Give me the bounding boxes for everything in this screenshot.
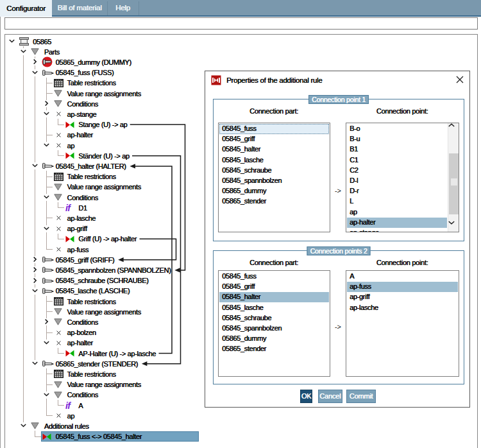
tree-node-label[interactable]: Table restrictions xyxy=(67,369,115,379)
list-item[interactable]: 05845_schraube xyxy=(219,166,329,176)
connection-part-list-2[interactable]: 05845_fuss05845_griff05845_halter05845_l… xyxy=(218,270,330,377)
tree-node-label[interactable]: Table restrictions xyxy=(67,297,115,307)
cancel-button[interactable]: Cancel xyxy=(318,390,342,403)
tree-expander-open-icon[interactable] xyxy=(32,70,38,75)
tree-node-label[interactable]: ap-griff xyxy=(67,223,87,234)
list-item[interactable]: B1 xyxy=(347,144,447,155)
tree-expander-open-icon[interactable] xyxy=(44,142,49,148)
list-item[interactable]: 05845_schraube xyxy=(219,313,329,323)
list-item[interactable]: L xyxy=(347,196,447,207)
tree-expander-open-icon[interactable] xyxy=(44,226,49,231)
tree-expander-open-icon[interactable] xyxy=(21,423,26,428)
tree-expander-closed-icon[interactable] xyxy=(32,278,38,283)
tree-node-label[interactable]: D1 xyxy=(78,203,87,213)
filter-input[interactable] xyxy=(4,17,478,30)
ok-button[interactable]: OK xyxy=(300,390,312,403)
connection-point-list-2[interactable]: Aap-fussap-griffap-lasche xyxy=(346,270,459,377)
list-item[interactable]: B-o xyxy=(347,124,447,134)
tree-node-label[interactable]: Value range assignments xyxy=(67,182,140,192)
list-item[interactable]: ap-lasche xyxy=(347,303,458,313)
list-item[interactable]: C1 xyxy=(347,155,447,166)
tree-node-label[interactable]: Value range assignments xyxy=(67,379,140,390)
list-item[interactable]: 05865_stender xyxy=(219,344,329,354)
tree-node-label[interactable]: 05845_spannbolzen (SPANNBOLZEN) xyxy=(56,265,171,275)
tree-expander-open-icon[interactable] xyxy=(44,340,49,345)
tree-node-label[interactable]: ap xyxy=(67,141,74,151)
tree-expander-open-icon[interactable] xyxy=(9,39,15,44)
tree-expander-closed-icon[interactable] xyxy=(44,319,49,324)
tree-expander-open-icon[interactable] xyxy=(44,111,49,116)
tree-node-label[interactable]: A xyxy=(78,401,83,411)
tree-expander-open-icon[interactable] xyxy=(21,49,26,54)
tree-expander-closed-icon[interactable] xyxy=(32,59,38,64)
tree-expander-closed-icon[interactable] xyxy=(32,267,38,272)
list-item[interactable]: 05845_fuss xyxy=(219,271,329,282)
list-item[interactable]: ap-griff xyxy=(347,292,458,302)
list-item[interactable]: ap xyxy=(347,207,447,218)
tree-node-label[interactable]: Conditions xyxy=(67,390,97,400)
tree-node-label[interactable]: Value range assignments xyxy=(67,307,140,317)
list-item[interactable]: 05845_halter xyxy=(219,292,329,302)
tree-node-label[interactable]: AP-Halter (U) -> ap-lasche xyxy=(78,349,156,359)
scrollbar[interactable] xyxy=(448,123,459,232)
list-item[interactable]: ap-halter xyxy=(347,218,447,228)
tree-node-label[interactable]: ap-halter xyxy=(67,130,92,140)
list-item[interactable]: 05845_spannbolzen xyxy=(219,323,329,334)
tree-node-label[interactable]: Conditions xyxy=(67,317,97,327)
tree-node-label[interactable]: 05845_fuss (FUSS) xyxy=(56,67,114,78)
commit-button[interactable]: Commit xyxy=(346,390,376,403)
list-item[interactable]: 05845_lasche xyxy=(219,303,329,313)
connection-part-list-1[interactable]: 05845_fuss05845_griff05845_halter05845_l… xyxy=(218,123,330,232)
tree-node-label[interactable]: 05845_lasche (LASCHE) xyxy=(56,286,130,296)
scrollbar-up-icon[interactable] xyxy=(448,123,459,134)
tree-node-label[interactable]: Parts xyxy=(44,47,60,57)
tree-node-label[interactable]: ap-lasche xyxy=(67,213,96,223)
tab-configurator[interactable]: Configurator xyxy=(0,0,52,17)
tree-expander-open-icon[interactable] xyxy=(32,163,38,168)
tree-expander-open-icon[interactable] xyxy=(32,288,38,293)
list-item[interactable]: D-r xyxy=(347,186,447,196)
tree-expander-closed-icon[interactable] xyxy=(44,101,49,106)
tree-expander-closed-icon[interactable] xyxy=(32,257,38,262)
tree-node-label[interactable]: 05845_schraube (SCHRAUBE) xyxy=(56,275,149,286)
tree-node-label[interactable]: Ständer (U) -> ap xyxy=(78,151,129,161)
list-item[interactable]: ap-fuss xyxy=(347,282,458,292)
tab-bill-of-material[interactable]: Bill of material xyxy=(52,0,107,15)
tree-node-label[interactable]: Griff (U) -> ap-halter xyxy=(78,234,137,244)
tree-node-label[interactable]: Additional rules xyxy=(44,421,89,431)
tree-node-label[interactable]: ap xyxy=(67,411,74,421)
connection-point-list-1[interactable]: B-oB-uB1C1C2D-lD-rLapap-halterap-stange xyxy=(346,123,459,232)
list-item[interactable]: 05865_dummy xyxy=(219,334,329,344)
tree-node-label[interactable]: 05845_griff (GRIFF) xyxy=(56,255,115,265)
tree-node-label[interactable]: Table restrictions xyxy=(67,78,115,88)
tree-node-label[interactable]: Value range assignments xyxy=(67,89,140,99)
list-item[interactable]: 05865_stender xyxy=(219,196,329,207)
list-item[interactable]: D-l xyxy=(347,176,447,186)
list-item[interactable]: 05865_dummy xyxy=(219,186,329,196)
tree-node-label[interactable]: 05845_fuss <-> 05845_halter xyxy=(56,431,142,442)
tree-node-label[interactable]: ap-bolzen xyxy=(67,327,96,338)
tree-node-label[interactable]: 05865_stender (STENDER) xyxy=(56,359,138,369)
scrollbar-down-icon[interactable] xyxy=(448,221,459,232)
list-item[interactable]: A xyxy=(347,271,458,282)
list-item[interactable]: 05845_halter xyxy=(219,144,329,155)
list-item[interactable]: 05845_fuss xyxy=(219,124,329,134)
tree-node-label[interactable]: ap-fuss xyxy=(67,245,89,255)
list-item[interactable]: 05845_spannbolzen xyxy=(219,176,329,186)
list-item[interactable]: ap-stange xyxy=(347,228,447,232)
tree-node-label[interactable]: ap-halter xyxy=(67,338,92,348)
tree-expander-open-icon[interactable] xyxy=(32,361,38,366)
tree-node-label[interactable]: Table restrictions xyxy=(67,171,115,182)
tree-expander-open-icon[interactable] xyxy=(44,392,49,397)
list-item[interactable]: 05845_griff xyxy=(219,134,329,144)
close-icon[interactable] xyxy=(456,76,464,83)
tree-node-label[interactable]: ap-stange xyxy=(67,109,96,119)
tree-node-label[interactable]: Conditions xyxy=(67,99,97,109)
list-item[interactable]: 05845_lasche xyxy=(219,155,329,166)
list-item[interactable]: B-u xyxy=(347,134,447,144)
list-item[interactable]: 05845_griff xyxy=(219,282,329,292)
tree-node-label[interactable]: 05845_halter (HALTER) xyxy=(56,161,126,171)
tree-node-label[interactable]: 05865 xyxy=(33,37,51,47)
tree-expander-open-icon[interactable] xyxy=(44,194,49,200)
list-item[interactable]: C2 xyxy=(347,166,447,176)
